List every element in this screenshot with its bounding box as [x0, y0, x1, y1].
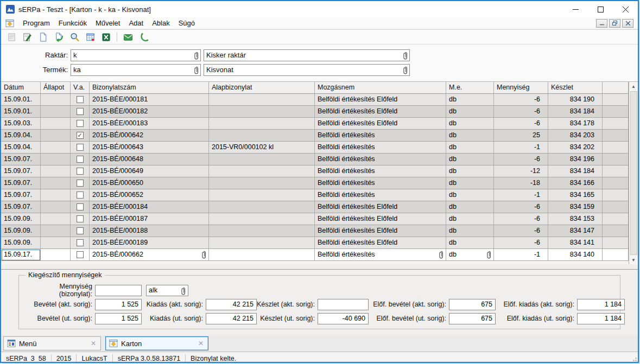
cell-me[interactable]: db [446, 189, 494, 201]
mdi-close-button[interactable] [622, 19, 633, 28]
cell-me[interactable]: db [446, 213, 494, 225]
cell-bizonylatszam[interactable]: 2015-BÉ/000650 [90, 177, 209, 189]
cell-bizonylatszam[interactable]: 2015-BÉE/000189 [90, 237, 209, 249]
maximize-button[interactable] [588, 1, 613, 17]
excel-export-button[interactable] [100, 31, 112, 43]
cell-alapbizonylat[interactable] [209, 130, 315, 142]
cell-keszlet[interactable]: 834 203 [548, 130, 603, 142]
cell-me[interactable]: db [446, 249, 494, 261]
cell-datum[interactable]: 15.09.04. [1, 130, 41, 142]
unit-combo-field[interactable]: alk [146, 285, 188, 296]
cell-mennyiseg[interactable]: -6 [494, 213, 548, 225]
cell-keszlet[interactable]: 834 178 [548, 118, 603, 130]
table-calc-button[interactable] [84, 31, 96, 43]
va-checkbox[interactable] [77, 227, 84, 234]
search-button[interactable] [68, 31, 80, 43]
cell-allapot[interactable] [41, 213, 71, 225]
cell-mozgasnem[interactable]: Belföldi értékesítés [315, 142, 446, 154]
table-row[interactable]: 15.09.09.2015-BÉE/000188Belföldi értékes… [1, 225, 629, 237]
column-header-Dátum[interactable]: Dátum [1, 82, 41, 94]
panel-field[interactable] [318, 299, 369, 310]
va-checkbox[interactable] [77, 168, 84, 175]
column-header-Mozgásnem[interactable]: Mozgásnem [315, 82, 446, 94]
column-header-Mennyiség[interactable]: Mennyiség [494, 82, 548, 94]
cell-bizonylatszam[interactable]: 2015-BÉ/000662 [90, 249, 209, 261]
cell-bizonylatszam[interactable]: 2015-BÉE/000184 [90, 201, 209, 213]
column-header-Készlet[interactable]: Készlet [548, 82, 603, 94]
va-checkbox[interactable] [77, 251, 84, 258]
cell-keszlet[interactable]: 834 165 [548, 189, 603, 201]
table-row[interactable]: 15.09.09.2015-BÉE/000189Belföldi értékes… [1, 237, 629, 249]
cell-allapot[interactable] [41, 189, 71, 201]
table-row[interactable]: 15.09.01.2015-BÉE/000182Belföldi értékes… [1, 106, 629, 118]
cell-alapbizonylat[interactable] [209, 201, 315, 213]
document-button[interactable] [37, 31, 49, 43]
va-checkbox[interactable] [77, 180, 84, 187]
cell-bizonylatszam[interactable]: 2015-BÉ/000649 [90, 165, 209, 177]
menu-item-ablak[interactable]: Ablak [148, 18, 174, 28]
date-editor-button[interactable]: … [30, 258, 38, 261]
termek-code-input[interactable] [71, 64, 201, 76]
cell-keszlet[interactable]: 834 202 [548, 142, 603, 154]
cell-allapot[interactable] [41, 130, 71, 142]
va-checkbox[interactable] [77, 144, 84, 151]
cell-allapot[interactable] [41, 237, 71, 249]
close-button[interactable] [613, 1, 638, 17]
cell-allapot[interactable] [41, 142, 71, 154]
panel-field[interactable]: 675 [449, 313, 496, 324]
cell-alapbizonylat[interactable] [209, 237, 315, 249]
cell-bizonylatszam[interactable]: 2015-BÉ/000652 [90, 189, 209, 201]
vertical-scrollbar[interactable]: ▲ ▼ [629, 82, 638, 264]
cell-datum[interactable]: 15.09.09. [1, 225, 41, 237]
column-header-filler[interactable] [603, 82, 629, 94]
cell-mozgasnem[interactable]: Belföldi értékesítés Előfeld [315, 237, 446, 249]
cell-me[interactable]: db [446, 106, 494, 118]
cell-alapbizonylat[interactable] [209, 106, 315, 118]
cell-datum[interactable]: 15.09.09. [1, 213, 41, 225]
cell-alapbizonylat[interactable] [209, 94, 315, 106]
phone-button[interactable] [138, 31, 150, 43]
cell-allapot[interactable] [41, 154, 71, 165]
cell-allapot[interactable] [41, 177, 71, 189]
cell-mennyiseg[interactable]: -6 [494, 94, 548, 106]
cell-bizonylatszam[interactable]: 2015-BÉ/000648 [90, 154, 209, 165]
cell-mozgasnem[interactable]: Belföldi értékesítés Előfeld [315, 225, 446, 237]
menu-item-funkciók[interactable]: Funkciók [54, 18, 91, 28]
panel-field[interactable]: 42 215 [206, 313, 257, 324]
resize-grip[interactable] [630, 357, 637, 363]
cell-alapbizonylat[interactable] [209, 213, 315, 225]
cell-datum[interactable]: 15.09.01. [1, 94, 41, 106]
cell-bizonylatszam[interactable]: 2015-BÉ/000642 [90, 130, 209, 142]
cell-keszlet[interactable]: 834 159 [548, 201, 603, 213]
cell-datum[interactable]: 15.09.09. [1, 237, 41, 249]
table-row[interactable]: 15.09.04.2015-BÉ/0006432015-VR0/000102 k… [1, 142, 629, 154]
cell-alapbizonylat[interactable] [209, 189, 315, 201]
mdi-restore-button[interactable] [609, 19, 620, 28]
table-row[interactable]: 15.09.17.…2015-BÉ/000662Belföldi értékes… [1, 249, 629, 261]
cell-keszlet[interactable]: 834 147 [548, 225, 603, 237]
cell-alapbizonylat[interactable] [209, 249, 315, 261]
panel-field[interactable]: 42 215 [206, 299, 257, 310]
mdi-minimize-button[interactable] [596, 19, 607, 28]
cell-datum[interactable]: 15.09.04. [1, 142, 41, 154]
cell-datum[interactable]: 15.09.03. [1, 118, 41, 130]
panel-field[interactable]: 1 184 [577, 299, 625, 310]
menu-item-súgó[interactable]: Súgó [174, 18, 199, 28]
va-checkbox[interactable] [77, 215, 84, 222]
va-checkbox[interactable] [77, 108, 84, 115]
cell-alapbizonylat[interactable] [209, 225, 315, 237]
cell-datum[interactable]: 15.09.07. [1, 177, 41, 189]
minimize-button[interactable] [563, 1, 588, 17]
cell-allapot[interactable] [41, 118, 71, 130]
cell-datum[interactable]: 15.09.01. [1, 106, 41, 118]
cell-mennyiseg[interactable]: -6 [494, 154, 548, 165]
cell-mozgasnem[interactable]: Belföldi értékesítés Előfeld [315, 118, 446, 130]
cell-allapot[interactable] [41, 249, 71, 261]
cell-bizonylatszam[interactable]: 2015-BÉE/000181 [90, 94, 209, 106]
va-checkbox[interactable] [77, 156, 84, 163]
cell-mennyiseg[interactable]: -6 [494, 118, 548, 130]
cell-bizonylatszam[interactable]: 2015-BÉ/000643 [90, 142, 209, 154]
cell-mennyiseg[interactable]: -6 [494, 237, 548, 249]
cell-keszlet[interactable]: 834 184 [548, 165, 603, 177]
cell-mennyiseg[interactable]: 25 [494, 130, 548, 142]
